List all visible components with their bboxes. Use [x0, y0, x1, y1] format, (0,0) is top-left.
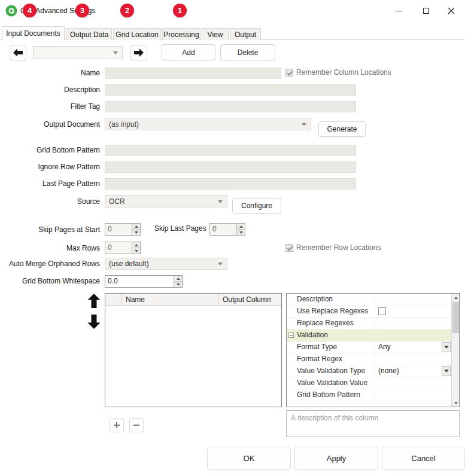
- grid-bottom-whitespace-stepper[interactable]: 0.0: [105, 275, 183, 288]
- grid-advanced-settings-window: Grid Advanced Settings 4 3 2 1 Input Doc…: [0, 0, 465, 476]
- scroll-down-icon[interactable]: [452, 399, 460, 407]
- description-field[interactable]: [105, 84, 356, 96]
- scrollbar-thumb[interactable]: [452, 302, 459, 333]
- scroll-up-icon[interactable]: [452, 294, 460, 301]
- auto-merge-orphaned-rows-label: Auto Merge Orphaned Rows: [0, 258, 100, 270]
- stepper-buttons[interactable]: [174, 276, 182, 287]
- tab-output-data[interactable]: Output Data: [66, 28, 112, 40]
- stepper-down-icon[interactable]: [132, 230, 140, 235]
- tab-grid-location[interactable]: Grid Location: [113, 28, 161, 40]
- close-button[interactable]: [437, 0, 465, 22]
- chevron-down-icon: [218, 263, 223, 266]
- delete-button[interactable]: Delete: [220, 44, 275, 60]
- stepper-up-icon[interactable]: [132, 242, 140, 248]
- arrow-right-icon: [134, 48, 144, 57]
- close-icon: [448, 7, 455, 14]
- stepper-buttons[interactable]: [132, 224, 140, 235]
- checkbox-icon: [285, 69, 293, 77]
- tab-view[interactable]: View: [202, 28, 229, 40]
- column-description-textarea[interactable]: [286, 410, 460, 437]
- ok-button[interactable]: OK: [207, 447, 291, 470]
- grid-bottom-pattern-label: Grid Bottom Pattern: [0, 145, 100, 156]
- name-field[interactable]: [105, 68, 281, 79]
- arrow-up-icon: [87, 294, 101, 308]
- grid-bottom-whitespace-value: 0.0: [105, 276, 174, 287]
- skip-last-pages-stepper[interactable]: 0: [209, 223, 245, 236]
- chevron-down-icon: [218, 200, 223, 203]
- ignore-row-pattern-field[interactable]: [105, 161, 356, 173]
- grid-bottom-whitespace-label: Grid Bottom Whitespace: [0, 276, 100, 287]
- maximize-button[interactable]: [412, 0, 440, 22]
- property-category-validation[interactable]: Validation: [287, 329, 451, 341]
- title-bar: Grid Advanced Settings: [0, 0, 465, 22]
- remove-column-button[interactable]: [129, 418, 144, 432]
- stepper-down-icon[interactable]: [174, 282, 182, 287]
- tab-output[interactable]: Output: [230, 28, 261, 40]
- output-document-combobox[interactable]: (as input): [105, 118, 311, 130]
- add-button[interactable]: Add: [162, 44, 215, 60]
- property-row-replace-regexes[interactable]: Replace Regexes: [287, 318, 451, 329]
- value-validation-type-dropdown-button[interactable]: [442, 366, 451, 376]
- columns-table-header: Name Output Column: [105, 294, 281, 306]
- apply-button[interactable]: Apply: [294, 447, 378, 470]
- arrow-left-icon: [13, 48, 23, 57]
- next-document-button[interactable]: [130, 45, 147, 60]
- add-column-button[interactable]: [110, 418, 124, 432]
- last-page-pattern-label: Last Page Pattern: [0, 178, 100, 190]
- generate-button[interactable]: Generate: [318, 121, 366, 137]
- stepper-up-icon[interactable]: [174, 276, 182, 282]
- annotation-badge-2: 2: [120, 4, 134, 17]
- maximize-icon: [423, 8, 429, 14]
- skip-last-pages-label: Skip Last Pages: [154, 224, 206, 233]
- tab-input-documents[interactable]: Input Documents: [2, 26, 65, 41]
- skip-last-pages-value: 0: [210, 224, 236, 235]
- move-column-down-button[interactable]: [87, 315, 102, 329]
- cancel-button[interactable]: Cancel: [382, 447, 465, 470]
- stepper-down-icon[interactable]: [237, 230, 245, 235]
- property-row-value-validation-value[interactable]: Value Validation Value: [287, 377, 451, 389]
- property-row-use-replace-regexes[interactable]: Use Replace Regexes: [287, 306, 451, 318]
- column-property-grid[interactable]: Description Use Replace Regexes Replace …: [286, 293, 460, 407]
- stepper-buttons[interactable]: [236, 224, 245, 235]
- filter-tag-field[interactable]: [105, 101, 356, 112]
- source-combobox[interactable]: OCR: [105, 195, 227, 208]
- previous-document-button[interactable]: [10, 45, 26, 60]
- stepper-up-icon[interactable]: [132, 224, 140, 230]
- stepper-up-icon[interactable]: [237, 224, 245, 230]
- tab-strip: Input Documents Output Data Grid Locatio…: [0, 26, 465, 40]
- app-logo-icon: [5, 5, 17, 17]
- document-selector-combobox[interactable]: [33, 46, 123, 59]
- auto-merge-orphaned-rows-combobox[interactable]: (use default): [105, 258, 227, 270]
- annotation-badge-3: 3: [75, 4, 89, 17]
- tab-processing[interactable]: Processing: [162, 28, 200, 40]
- property-grid-scrollbar[interactable]: [451, 294, 459, 407]
- chevron-down-icon: [302, 123, 306, 126]
- format-type-dropdown-button[interactable]: [442, 342, 451, 352]
- skip-pages-at-start-stepper[interactable]: 0: [105, 223, 141, 236]
- stepper-down-icon[interactable]: [132, 248, 140, 254]
- property-row-format-type[interactable]: Format Type Any: [287, 341, 451, 353]
- columns-table[interactable]: Name Output Column: [105, 293, 282, 407]
- remember-row-locations-checkbox[interactable]: Remember Row Locations: [285, 243, 381, 252]
- last-page-pattern-field[interactable]: [105, 178, 356, 190]
- property-row-grid-bottom-pattern[interactable]: Grid Bottom Pattern: [287, 389, 451, 401]
- minimize-button[interactable]: [385, 0, 412, 22]
- arrow-down-icon: [87, 315, 101, 329]
- configure-button[interactable]: Configure: [232, 198, 281, 213]
- stepper-buttons[interactable]: [132, 242, 140, 254]
- chevron-down-icon: [444, 346, 449, 349]
- source-label: Source: [0, 196, 100, 208]
- property-row-description[interactable]: Description: [287, 294, 451, 306]
- max-rows-stepper[interactable]: 0: [105, 242, 141, 254]
- auto-merge-orphaned-rows-value: (use default): [109, 260, 149, 268]
- remember-column-locations-checkbox[interactable]: Remember Column Locations: [285, 68, 391, 77]
- minus-icon: [133, 425, 139, 426]
- column-header-output-column: Output Column: [219, 294, 281, 306]
- checkbox-icon: [285, 244, 293, 252]
- use-replace-regexes-checkbox[interactable]: [378, 307, 386, 315]
- move-column-up-button[interactable]: [87, 294, 102, 308]
- property-row-format-regex[interactable]: Format Regex: [287, 353, 451, 365]
- grid-bottom-pattern-field[interactable]: [105, 145, 356, 156]
- max-rows-value: 0: [105, 242, 132, 254]
- property-row-value-validation-type[interactable]: Value Validation Type (none): [287, 365, 451, 377]
